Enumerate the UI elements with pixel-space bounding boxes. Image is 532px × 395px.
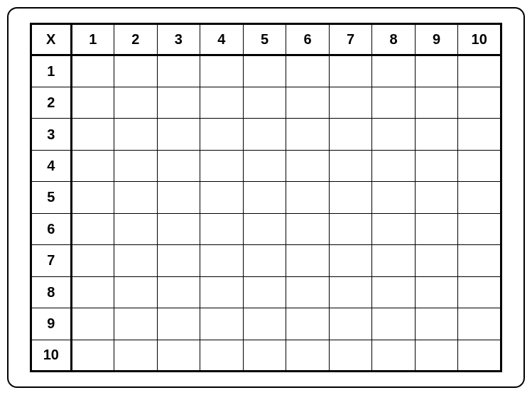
row-header: 8 <box>31 276 72 308</box>
table-row: 7 <box>31 245 501 276</box>
table-cell <box>415 245 458 276</box>
table-cell <box>286 213 330 244</box>
col-header: 5 <box>243 24 286 55</box>
table-cell <box>200 213 244 244</box>
table-cell <box>200 87 244 118</box>
table-cell <box>415 182 458 213</box>
table-row: 5 <box>31 182 501 213</box>
table-cell <box>329 276 372 308</box>
table-cell <box>329 87 372 118</box>
table-cell <box>71 182 114 213</box>
table-cell <box>114 119 158 150</box>
table-cell <box>372 245 416 276</box>
table-cell <box>286 340 330 371</box>
table-cell <box>372 119 416 150</box>
table-cell <box>243 55 286 87</box>
table-cell <box>200 119 244 150</box>
table-cell <box>329 119 372 150</box>
page-frame: X 1 2 3 4 5 6 7 8 9 10 1 2 <box>7 7 525 388</box>
table-cell <box>114 87 158 118</box>
table-cell <box>415 213 458 244</box>
table-cell <box>458 308 501 340</box>
row-header: 2 <box>31 87 72 118</box>
table-cell <box>243 182 286 213</box>
table-cell <box>71 150 114 181</box>
table-cell <box>458 55 501 87</box>
table-cell <box>157 119 200 150</box>
multiplication-table: X 1 2 3 4 5 6 7 8 9 10 1 2 <box>30 23 502 372</box>
table-cell <box>114 308 158 340</box>
col-header: 6 <box>286 24 330 55</box>
table-cell <box>157 182 200 213</box>
table-cell <box>458 245 501 276</box>
table-cell <box>372 276 416 308</box>
row-header: 6 <box>31 213 72 244</box>
table-cell <box>372 340 416 371</box>
table-row: 8 <box>31 276 501 308</box>
table-cell <box>329 182 372 213</box>
table-cell <box>157 87 200 118</box>
table-cell <box>329 340 372 371</box>
row-header: 1 <box>31 55 72 87</box>
col-header: 8 <box>372 24 416 55</box>
table-cell <box>415 276 458 308</box>
table-cell <box>286 150 330 181</box>
table-row: 3 <box>31 119 501 150</box>
table-cell <box>286 55 330 87</box>
table-cell <box>243 276 286 308</box>
table-cell <box>157 340 200 371</box>
table-row: 10 <box>31 340 501 371</box>
table-cell <box>286 308 330 340</box>
col-header: 4 <box>200 24 244 55</box>
table-cell <box>114 150 158 181</box>
table-cell <box>458 340 501 371</box>
table-cell <box>243 245 286 276</box>
table-cell <box>200 182 244 213</box>
table-cell <box>157 245 200 276</box>
table-cell <box>71 87 114 118</box>
table-cell <box>200 308 244 340</box>
col-header: 2 <box>114 24 158 55</box>
table-cell <box>286 276 330 308</box>
table-row: 1 <box>31 55 501 87</box>
table-cell <box>71 245 114 276</box>
table-cell <box>157 308 200 340</box>
col-header: 3 <box>157 24 200 55</box>
table-cell <box>329 55 372 87</box>
table-cell <box>71 119 114 150</box>
table-row: 4 <box>31 150 501 181</box>
table-cell <box>372 150 416 181</box>
row-header: 5 <box>31 182 72 213</box>
table-cell <box>458 119 501 150</box>
table-row: 6 <box>31 213 501 244</box>
table-cell <box>458 87 501 118</box>
table-cell <box>458 182 501 213</box>
table-cell <box>243 308 286 340</box>
table-cell <box>458 150 501 181</box>
table-cell <box>372 87 416 118</box>
table-cell <box>415 308 458 340</box>
table-cell <box>458 276 501 308</box>
table-cell <box>114 245 158 276</box>
table-cell <box>200 245 244 276</box>
table-cell <box>415 150 458 181</box>
table-cell <box>71 308 114 340</box>
table-cell <box>329 308 372 340</box>
table-cell <box>286 245 330 276</box>
table-cell <box>372 55 416 87</box>
col-header: 7 <box>329 24 372 55</box>
table-row: 9 <box>31 308 501 340</box>
row-header: 4 <box>31 150 72 181</box>
corner-cell: X <box>31 24 72 55</box>
table-cell <box>157 55 200 87</box>
table-cell <box>200 55 244 87</box>
table-cell <box>71 213 114 244</box>
table-cell <box>243 87 286 118</box>
table-cell <box>372 182 416 213</box>
table-cell <box>243 119 286 150</box>
table-cell <box>114 340 158 371</box>
table-cell <box>71 55 114 87</box>
row-header: 7 <box>31 245 72 276</box>
table-cell <box>286 182 330 213</box>
table-cell <box>329 245 372 276</box>
